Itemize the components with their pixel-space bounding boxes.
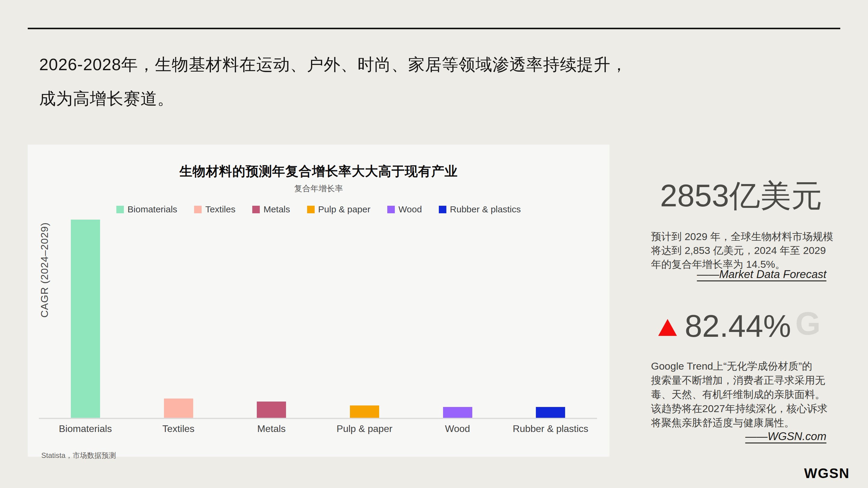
trend-stat-attribution-link[interactable]: ——WGSN.com [745, 430, 827, 443]
x-axis-label: Metals [225, 423, 318, 434]
legend-swatch-icon [307, 206, 315, 213]
bar-wood [443, 407, 472, 418]
chart-source-note: Statista，市场数据预测 [41, 451, 116, 460]
legend-item: Wood [387, 204, 422, 215]
legend-label: Wood [398, 204, 422, 215]
slide: { "page": { "background_color": "#EDECE7… [0, 0, 868, 488]
legend-item: Pulp & paper [307, 204, 370, 215]
x-axis-label: Textiles [132, 423, 225, 434]
legend-item: Metals [252, 204, 290, 215]
legend-swatch-icon [116, 206, 124, 213]
legend-item: Biomaterials [116, 204, 177, 215]
x-axis-label: Pulp & paper [318, 423, 411, 434]
trend-stat-description: Google Trend上“无化学成份材质”的 搜索量不断增加，消费者正寻求采用… [651, 359, 827, 430]
legend-label: Rubber & plastics [450, 204, 521, 215]
headline-line-2: 成为高增长赛道。 [39, 82, 627, 116]
market-size-stat: 2853亿美元 [660, 180, 822, 211]
chart-card: 生物材料的预测年复合增长率大大高于现有产业 复合年增长率 Biomaterial… [28, 144, 610, 457]
bar-column [225, 219, 318, 418]
legend-label: Textiles [205, 204, 236, 215]
bar-column [504, 219, 597, 418]
legend-label: Metals [264, 204, 290, 215]
trend-growth-stat: 82.44% [685, 310, 791, 341]
x-axis-label: Wood [411, 423, 504, 434]
trend-stat-row: 82.44% G [658, 310, 821, 341]
top-divider-line [28, 28, 840, 29]
chart-subtitle: 复合年增长率 [28, 183, 610, 194]
chart-legend: BiomaterialsTextilesMetalsPulp & paperWo… [28, 204, 610, 215]
legend-label: Pulp & paper [318, 204, 370, 215]
bar-column [39, 219, 132, 418]
x-axis-label: Rubber & plastics [504, 423, 597, 434]
legend-swatch-icon [439, 206, 446, 213]
up-triangle-icon [658, 319, 677, 336]
chart-plot [39, 219, 597, 418]
description-line: 预计到 2029 年，全球生物材料市场规模 [651, 230, 827, 243]
legend-label: Biomaterials [127, 204, 177, 215]
description-line: 将聚焦亲肤舒适度与健康属性。 [651, 416, 827, 430]
bar-textiles [164, 398, 193, 418]
description-line: Google Trend上“无化学成份材质”的 [651, 359, 827, 373]
google-g-icon: G [795, 307, 821, 340]
x-axis-labels: BiomaterialsTextilesMetalsPulp & paperWo… [39, 423, 597, 434]
legend-swatch-icon [194, 206, 202, 213]
headline-line-1: 2026-2028年，生物基材料在运动、户外、时尚、家居等领域渗透率持续提升， [39, 47, 627, 82]
bar-rubber-plastics [536, 407, 565, 418]
bar-column [132, 219, 225, 418]
description-line: 该趋势将在2027年持续深化，核心诉求 [651, 401, 827, 416]
legend-swatch-icon [252, 206, 260, 213]
legend-swatch-icon [387, 206, 395, 213]
bar-biomaterials [71, 220, 100, 418]
legend-item: Textiles [194, 204, 236, 215]
description-line: 毒、天然、有机纤维制成的亲肤面料。 [651, 387, 827, 401]
description-line: 将达到 2,853 亿美元，2024 年至 2029 [651, 243, 827, 257]
bar-metals [257, 401, 286, 418]
x-axis-line [39, 418, 597, 419]
description-line: 搜索量不断增加，消费者正寻求采用无 [651, 373, 827, 387]
legend-item: Rubber & plastics [439, 204, 521, 215]
bar-column [318, 219, 411, 418]
market-stat-attribution-link[interactable]: ——Market Data Forecast [697, 268, 827, 281]
x-axis-label: Biomaterials [39, 423, 132, 434]
chart-title: 生物材料的预测年复合增长率大大高于现有产业 [28, 163, 610, 180]
market-stat-description: 预计到 2029 年，全球生物材料市场规模 将达到 2,853 亿美元，2024… [651, 230, 827, 271]
bar-pulp-paper [350, 405, 379, 418]
slide-headline: 2026-2028年，生物基材料在运动、户外、时尚、家居等领域渗透率持续提升， … [39, 47, 627, 116]
bar-column [411, 219, 504, 418]
wgsn-logo: WGSN [804, 465, 849, 481]
